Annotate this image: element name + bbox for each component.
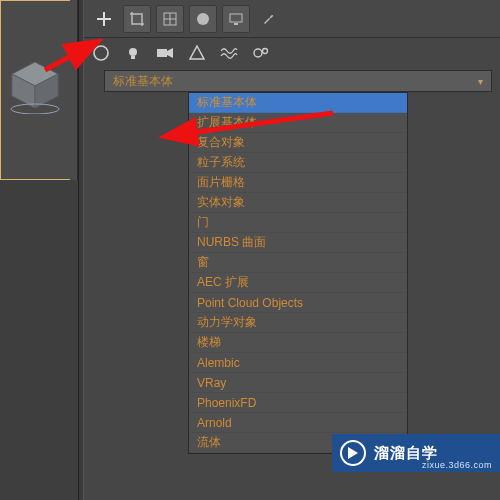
svg-rect-6 [230,14,242,22]
svg-marker-11 [167,48,173,58]
helpers-category[interactable] [186,42,208,64]
hierarchy-tab[interactable] [156,5,184,33]
list-item[interactable]: NURBS 曲面 [189,233,407,253]
systems-category[interactable] [250,42,272,64]
command-panel-tabs [84,0,500,38]
list-item[interactable]: Point Cloud Objects [189,293,407,313]
list-item[interactable]: 复合对象 [189,133,407,153]
crop-icon [129,11,145,27]
list-item[interactable]: VRay [189,373,407,393]
lights-category[interactable] [122,42,144,64]
viewport-active-border-bottom [0,168,70,180]
wrench-icon [260,10,278,28]
svg-point-8 [129,48,137,56]
list-item[interactable]: AEC 扩展 [189,273,407,293]
list-item[interactable]: 扩展基本体 [189,113,407,133]
command-panel: 标准基本体 ▾ 标准基本体扩展基本体复合对象粒子系统面片栅格实体对象门NURBS… [84,0,500,500]
list-item[interactable]: 标准基本体 [189,93,407,113]
viewport-panel [0,0,78,500]
monitor-icon [228,11,244,27]
list-item[interactable]: 实体对象 [189,193,407,213]
grid-icon [162,11,178,27]
category-dropdown[interactable]: 标准基本体 ▾ [104,70,492,92]
modify-tab[interactable] [123,5,151,33]
waves-icon [220,46,238,60]
category-dropdown-label: 标准基本体 [113,73,173,90]
list-item[interactable]: 楼梯 [189,333,407,353]
camera-icon [156,46,174,60]
cameras-category[interactable] [154,42,176,64]
list-item[interactable]: 门 [189,213,407,233]
svg-rect-9 [131,56,135,59]
svg-point-13 [254,49,262,57]
list-item[interactable]: PhoenixFD [189,393,407,413]
display-tab[interactable] [222,5,250,33]
watermark-url: zixue.3d66.com [422,460,492,470]
geometry-category[interactable] [90,42,112,64]
light-icon [125,45,141,61]
list-item[interactable]: 窗 [189,253,407,273]
svg-marker-19 [348,447,358,459]
viewport-object-thumb[interactable] [0,40,70,130]
svg-point-5 [197,13,209,25]
svg-rect-10 [157,49,167,57]
list-item[interactable]: Arnold [189,413,407,433]
sphere-icon [92,44,110,62]
svg-marker-12 [190,46,204,59]
play-icon [340,440,366,466]
circle-fill-icon [195,11,211,27]
svg-point-14 [263,49,268,54]
create-tab[interactable] [90,5,118,33]
list-item[interactable]: 面片栅格 [189,173,407,193]
list-item[interactable]: Alembic [189,353,407,373]
cube-icon [6,56,64,114]
category-dropdown-list: 标准基本体扩展基本体复合对象粒子系统面片栅格实体对象门NURBS 曲面窗AEC … [188,92,408,454]
watermark: 溜溜自学 zixue.3d66.com [332,434,500,472]
list-item[interactable]: 粒子系统 [189,153,407,173]
gears-icon [252,45,270,61]
list-item[interactable]: 动力学对象 [189,313,407,333]
viewport-grid[interactable] [0,180,78,500]
svg-point-7 [94,46,108,60]
utilities-tab[interactable] [255,5,283,33]
motion-tab[interactable] [189,5,217,33]
plus-icon [95,10,113,28]
create-category-icons [84,38,500,68]
spline-icon [189,45,205,61]
spacewarps-category[interactable] [218,42,240,64]
chevron-down-icon: ▾ [478,76,483,87]
